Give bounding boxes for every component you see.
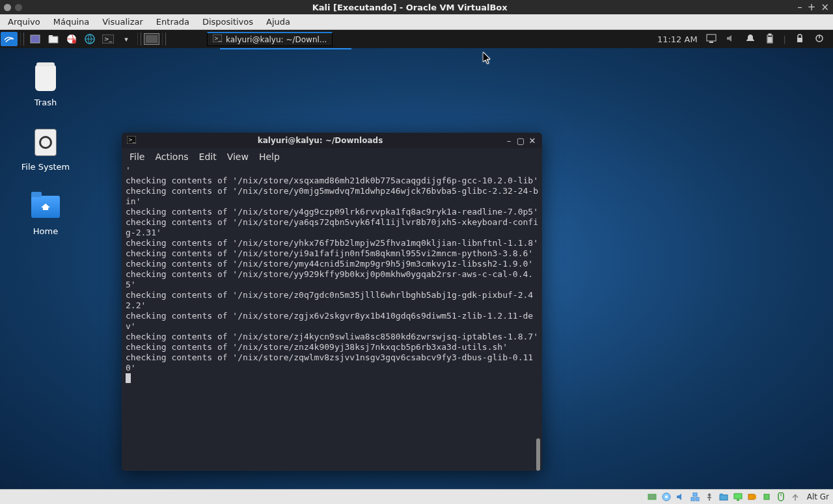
svg-point-5 (85, 34, 94, 44)
power-icon[interactable] (813, 34, 825, 45)
active-task-indicator (220, 48, 351, 49)
kali-logo-icon[interactable] (1, 32, 18, 46)
terminal-small-icon: >_ (213, 34, 222, 44)
terminal-menu-edit[interactable]: Edit (199, 152, 217, 162)
desktop-icon-filesystem[interactable]: File System (20, 127, 72, 172)
svg-rect-33 (748, 494, 754, 499)
vbox-menu-dispositivos[interactable]: Dispositivos (196, 15, 260, 29)
svg-rect-6 (102, 34, 114, 44)
terminal-title: kalyuri@kalyu: ~/Downloads (137, 136, 503, 145)
svg-rect-0 (31, 35, 40, 43)
terminal-titlebar-icon: >_ (126, 136, 137, 146)
svg-rect-28 (696, 497, 699, 501)
svg-text:>_: >_ (104, 36, 113, 42)
svg-marker-13 (727, 35, 731, 42)
vb-host-key-label: Alt Gr (807, 492, 829, 501)
vb-keyboard-capture-icon[interactable] (790, 492, 800, 502)
terminal-menu-view[interactable]: View (227, 152, 249, 162)
vbox-statusbar: Alt Gr (0, 489, 833, 504)
svg-rect-15 (769, 34, 771, 35)
minimize-icon[interactable]: – (797, 1, 802, 13)
terminal-menu-file[interactable]: File (130, 152, 144, 162)
vbox-menu-ajuda[interactable]: Ajuda (260, 15, 297, 29)
vb-display-icon[interactable] (733, 492, 743, 502)
vbox-menu-entrada[interactable]: Entrada (150, 15, 196, 29)
svg-marker-25 (677, 494, 681, 500)
terminal-maximize-button[interactable]: ▢ (515, 135, 526, 146)
vbox-menu-maquina[interactable]: Máquina (47, 15, 96, 29)
vbox-menubar: Arquivo Máquina Visualizar Entrada Dispo… (0, 14, 833, 30)
svg-rect-16 (768, 37, 772, 42)
notifications-icon[interactable] (744, 34, 756, 45)
drive-icon (34, 129, 57, 156)
vb-recording-icon[interactable] (747, 492, 758, 502)
svg-rect-17 (797, 38, 802, 42)
vb-mouse-integration-icon[interactable] (776, 492, 786, 502)
display-icon[interactable] (705, 34, 717, 45)
volume-icon[interactable] (725, 34, 737, 45)
svg-point-4 (72, 40, 76, 44)
svg-rect-31 (734, 494, 742, 499)
taskbar-entry-label: kalyuri@kalyu: ~/Downl... (226, 35, 327, 44)
terminal-minimize-button[interactable]: – (503, 135, 515, 146)
terminal-body[interactable]: ' checking contents of '/nix/store/xsqxa… (122, 165, 542, 471)
web-icon[interactable] (81, 32, 98, 46)
svg-rect-29 (720, 495, 728, 500)
filesystem-label: File System (20, 162, 72, 172)
workspace-switcher-icon[interactable] (144, 33, 159, 45)
vb-usb-icon[interactable] (704, 492, 715, 502)
taskbar-entry-terminal[interactable]: >_ kalyuri@kalyu: ~/Downl... (207, 32, 333, 46)
svg-point-24 (665, 496, 668, 498)
scrollbar-thumb[interactable] (536, 438, 540, 471)
browser-icon[interactable] (63, 32, 80, 46)
svg-rect-12 (709, 42, 713, 43)
close-icon[interactable]: × (821, 1, 829, 13)
desktop-icons: Trash File System Home (20, 62, 72, 256)
svg-rect-27 (691, 497, 694, 501)
chevron-down-icon[interactable]: ▾ (118, 32, 135, 46)
terminal-launcher-icon[interactable]: >_ (100, 32, 116, 46)
svg-rect-2 (49, 35, 53, 37)
terminal-window[interactable]: >_ kalyuri@kalyu: ~/Downloads – ▢ ✕ File… (122, 133, 542, 471)
svg-rect-30 (720, 494, 723, 496)
terminal-menubar: File Actions Edit View Help (122, 148, 542, 165)
terminal-close-button[interactable]: ✕ (526, 135, 538, 146)
clock[interactable]: 11:12 AM (657, 34, 698, 44)
vbox-menu-arquivo[interactable]: Arquivo (1, 15, 47, 29)
files-icon[interactable] (45, 32, 62, 46)
vb-hdd-icon[interactable] (647, 492, 657, 502)
sys-menu-button[interactable] (4, 4, 11, 11)
vbox-menu-visualizar[interactable]: Visualizar (96, 15, 150, 29)
vb-shared-folders-icon[interactable] (718, 492, 729, 502)
show-desktop-icon[interactable] (27, 32, 44, 46)
svg-text:>_: >_ (214, 36, 222, 42)
vb-cpu-icon[interactable] (761, 492, 772, 502)
terminal-menu-actions[interactable]: Actions (155, 152, 188, 162)
vb-audio-icon[interactable] (676, 492, 686, 502)
svg-rect-32 (737, 499, 739, 501)
lock-icon[interactable] (794, 34, 806, 45)
svg-text:>_: >_ (128, 137, 136, 143)
guest-panel: >_ ▾ >_ kalyuri@kalyu: ~/Downl... 11:12 … (0, 30, 833, 48)
svg-rect-11 (707, 34, 716, 41)
vb-optical-icon[interactable] (661, 492, 672, 502)
home-folder-icon (31, 196, 60, 218)
desktop-icon-trash[interactable]: Trash (20, 62, 72, 107)
vbox-window-title: Kali [Executando] - Oracle VM VirtualBox (22, 3, 797, 12)
svg-rect-8 (146, 35, 157, 43)
guest-desktop[interactable]: >_ ▾ >_ kalyuri@kalyu: ~/Downl... 11:12 … (0, 30, 833, 489)
trash-label: Trash (20, 98, 72, 107)
vb-network-icon[interactable] (690, 492, 700, 502)
terminal-titlebar[interactable]: >_ kalyuri@kalyu: ~/Downloads – ▢ ✕ (122, 133, 542, 148)
svg-point-3 (67, 34, 76, 44)
svg-rect-22 (648, 494, 656, 499)
battery-icon[interactable] (764, 33, 776, 46)
terminal-output[interactable]: ' checking contents of '/nix/store/xsqxa… (122, 165, 542, 386)
sys-pin-button[interactable] (15, 4, 22, 11)
vbox-titlebar: Kali [Executando] - Oracle VM VirtualBox… (0, 0, 833, 14)
maximize-icon[interactable]: + (808, 1, 816, 13)
desktop-icon-home[interactable]: Home (20, 191, 72, 236)
svg-rect-26 (693, 493, 697, 496)
terminal-menu-help[interactable]: Help (259, 152, 280, 162)
trash-icon (35, 65, 56, 91)
